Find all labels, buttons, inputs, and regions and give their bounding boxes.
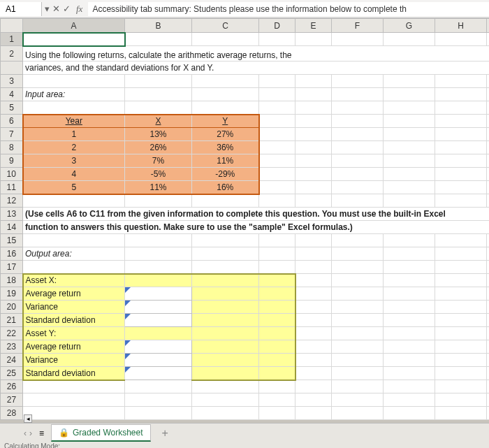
cell[interactable]: [125, 247, 192, 261]
cell[interactable]: [384, 154, 435, 168]
cell[interactable]: [332, 393, 384, 407]
cell-variance-y[interactable]: Variance: [23, 354, 125, 367]
col-header-d[interactable]: D: [259, 19, 295, 33]
cell[interactable]: [384, 407, 435, 420]
cell[interactable]: [295, 141, 332, 154]
row-header[interactable]: 10: [1, 168, 23, 181]
cell[interactable]: [487, 168, 490, 181]
cell[interactable]: [23, 194, 125, 208]
cell[interactable]: [332, 261, 384, 274]
cell[interactable]: [435, 88, 487, 101]
row-header[interactable]: 14: [1, 221, 23, 234]
cell[interactable]: [487, 33, 490, 46]
cell[interactable]: [295, 181, 332, 194]
cell[interactable]: [192, 88, 259, 101]
cell[interactable]: [332, 168, 384, 181]
cell[interactable]: [487, 181, 490, 194]
cell[interactable]: [435, 101, 487, 115]
cell-y-header[interactable]: Y: [192, 115, 259, 128]
cell[interactable]: [487, 367, 490, 380]
cell[interactable]: [384, 33, 435, 46]
cell[interactable]: [192, 301, 259, 314]
cell[interactable]: [259, 367, 295, 380]
col-header-g[interactable]: G: [384, 19, 435, 33]
cell[interactable]: [259, 247, 295, 261]
row-header[interactable]: 11: [1, 181, 23, 194]
cell[interactable]: [435, 393, 487, 407]
cell[interactable]: [384, 274, 435, 287]
cell[interactable]: [332, 101, 384, 115]
cell-variance-x[interactable]: Variance: [23, 301, 125, 314]
cell[interactable]: [192, 33, 259, 46]
sheet-tab-active[interactable]: 🔒 Graded Worksheet: [51, 424, 151, 442]
cell[interactable]: [332, 75, 384, 88]
cell[interactable]: [384, 115, 435, 128]
cell[interactable]: [295, 128, 332, 141]
cell[interactable]: [192, 75, 259, 88]
cell[interactable]: [295, 367, 332, 380]
cell[interactable]: [487, 327, 490, 340]
cell[interactable]: [295, 340, 332, 354]
cell[interactable]: [384, 101, 435, 115]
cell-data[interactable]: 4: [23, 168, 125, 181]
cell[interactable]: [259, 75, 295, 88]
cell[interactable]: [435, 407, 487, 420]
cancel-icon[interactable]: ✕: [52, 3, 60, 14]
cell[interactable]: [384, 393, 435, 407]
cell[interactable]: [487, 115, 490, 128]
cell-data[interactable]: 13%: [125, 128, 192, 141]
cell-data[interactable]: 36%: [192, 141, 259, 154]
cell[interactable]: [435, 301, 487, 314]
cell[interactable]: [125, 33, 192, 46]
cell[interactable]: [295, 33, 332, 46]
cell[interactable]: [384, 314, 435, 327]
cell[interactable]: [125, 380, 192, 393]
row-header[interactable]: 3: [1, 75, 23, 88]
cell-data[interactable]: 27%: [192, 128, 259, 141]
cell[interactable]: [435, 128, 487, 141]
cell-year-header[interactable]: Year: [23, 115, 125, 128]
cell[interactable]: [23, 101, 125, 115]
cell[interactable]: [192, 194, 259, 208]
cell[interactable]: [435, 340, 487, 354]
add-sheet-icon[interactable]: +: [158, 427, 173, 440]
cell[interactable]: [384, 261, 435, 274]
col-header-h[interactable]: H: [435, 19, 487, 33]
col-header-c[interactable]: C: [192, 19, 259, 33]
row-header[interactable]: 15: [1, 234, 23, 247]
cell[interactable]: [192, 393, 259, 407]
cell[interactable]: [487, 247, 490, 261]
cell[interactable]: [332, 287, 384, 301]
cell[interactable]: [487, 393, 490, 407]
cell[interactable]: [295, 327, 332, 340]
cell-note[interactable]: (Use cells A6 to C11 from the given info…: [23, 208, 490, 221]
cell[interactable]: [435, 75, 487, 88]
cell[interactable]: [23, 261, 125, 274]
cell[interactable]: [192, 340, 259, 354]
cell-data[interactable]: -5%: [125, 168, 192, 181]
cell[interactable]: [332, 327, 384, 340]
cell[interactable]: [259, 287, 295, 301]
row-header[interactable]: 28: [1, 407, 23, 420]
cell[interactable]: [487, 274, 490, 287]
cell-data[interactable]: 5: [23, 181, 125, 194]
cell[interactable]: [435, 115, 487, 128]
cell[interactable]: [435, 141, 487, 154]
cell-asset-y[interactable]: Asset Y:: [23, 327, 125, 340]
confirm-icon[interactable]: ✓: [63, 3, 71, 14]
row-header[interactable]: 6: [1, 115, 23, 128]
cell[interactable]: [295, 75, 332, 88]
cell[interactable]: [435, 314, 487, 327]
cell[interactable]: [332, 274, 384, 287]
cell[interactable]: [192, 327, 259, 340]
cell[interactable]: [259, 274, 295, 287]
row-header[interactable]: 16: [1, 247, 23, 261]
row-header[interactable]: 8: [1, 141, 23, 154]
cell[interactable]: [192, 287, 259, 301]
cell[interactable]: [487, 194, 490, 208]
cell[interactable]: [487, 354, 490, 367]
cell[interactable]: [332, 234, 384, 247]
cell-data[interactable]: 16%: [192, 181, 259, 194]
cell[interactable]: [295, 154, 332, 168]
cell[interactable]: [435, 354, 487, 367]
